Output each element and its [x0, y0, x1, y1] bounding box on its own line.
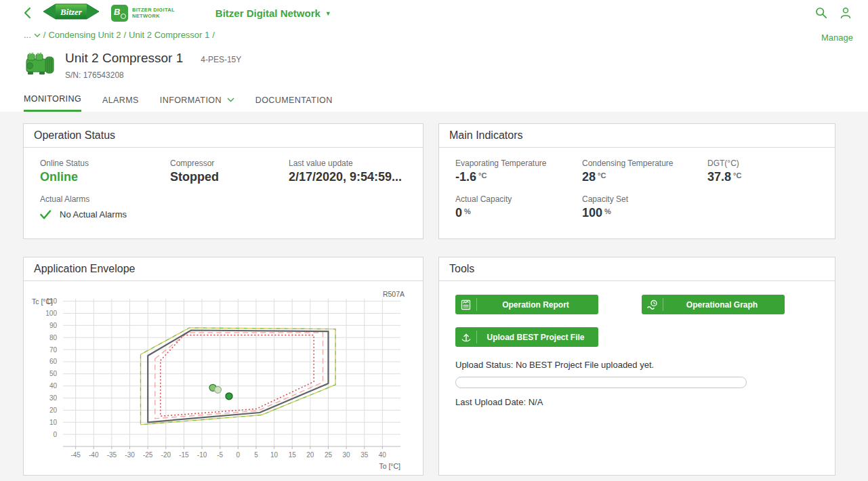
tab-monitoring[interactable]: MONITORING [24, 94, 81, 112]
tab-alarms[interactable]: ALARMS [102, 94, 139, 112]
search-button[interactable] [814, 5, 829, 20]
bitzer-logo-text: Bitzer [60, 7, 83, 17]
upload-status-text: Upload Status: No BEST Project File uplo… [455, 360, 819, 370]
svg-text:80: 80 [49, 334, 58, 341]
bitzer-digital-network-logo[interactable]: B BITZER DIGITAL NETWORK [111, 5, 175, 22]
svg-text:Tc [°C]: Tc [°C] [32, 297, 53, 306]
online-status-label: Online Status [40, 159, 170, 168]
actual-alarms-label: Actual Alarms [40, 194, 170, 204]
tools-card: Tools Operation Report [438, 257, 835, 476]
actual-capacity-label: Actual Capacity [455, 194, 582, 204]
main-indicators-title: Main Indicators [439, 124, 835, 148]
svg-text:R507A: R507A [383, 290, 405, 298]
check-icon [40, 210, 51, 219]
tools-title: Tools [439, 257, 835, 281]
condensing-temp-value: 28°C [582, 170, 707, 184]
breadcrumb-separator: / [123, 30, 126, 40]
tab-information[interactable]: INFORMATION [160, 94, 234, 112]
bitzer-logo[interactable]: Bitzer [43, 2, 99, 24]
svg-text:0: 0 [53, 431, 57, 438]
svg-text:90: 90 [49, 322, 58, 329]
breadcrumb-item-condensing-unit-2[interactable]: Condensing Unit 2 [48, 30, 121, 40]
last-update-label: Last value update [289, 159, 423, 168]
svg-text:40: 40 [379, 451, 387, 459]
application-envelope-chart: 0102030405060708090100110-45-40-35-30-25… [28, 289, 409, 472]
upload-best-project-button[interactable]: Upload BEST Project File [455, 327, 598, 347]
tab-information-label: INFORMATION [160, 96, 222, 105]
monitoring-content: Operation Status Online Status Online Co… [0, 112, 868, 481]
tab-documentation[interactable]: DOCUMENTATION [255, 94, 333, 112]
svg-text:20: 20 [49, 406, 58, 414]
operational-graph-label: Operational Graph [663, 300, 785, 310]
svg-text:-25: -25 [143, 451, 153, 459]
svg-text:25: 25 [325, 451, 333, 459]
device-serial: S/N: 176543208 [65, 70, 241, 80]
network-selector[interactable]: Bitzer Digital Network ▼ [215, 7, 331, 19]
svg-text:100: 100 [45, 310, 57, 317]
svg-text:-45: -45 [70, 451, 81, 459]
capacity-set-label: Capacity Set [582, 194, 707, 204]
svg-text:To [°C]: To [°C] [379, 462, 400, 470]
last-update-value: 2/17/2020, 9:54:59... [289, 170, 423, 184]
actual-capacity-value: 0% [455, 206, 582, 220]
user-menu-button[interactable] [838, 5, 853, 20]
report-icon [455, 298, 477, 311]
condensing-temp-label: Condensing Temperature [582, 159, 707, 168]
operation-report-label: Operation Report [477, 300, 598, 310]
user-icon [840, 7, 852, 19]
svg-text:-40: -40 [89, 451, 99, 459]
upload-progress-bar [455, 377, 747, 388]
main-indicators-card: Main Indicators Evaporating Temperature … [438, 123, 835, 239]
breadcrumb-item-unit-2-compressor-1[interactable]: Unit 2 Compressor 1 [129, 30, 209, 40]
svg-text:60: 60 [49, 358, 58, 365]
evaporating-temp-value: -1.6°C [455, 170, 582, 184]
svg-text:-15: -15 [179, 451, 189, 459]
device-model: 4-PES-15Y [201, 55, 241, 64]
upload-best-project-label: Upload BEST Project File [477, 333, 598, 342]
device-header: Unit 2 Compressor 1 4-PES-15Y S/N: 17654… [0, 43, 868, 81]
back-button[interactable] [20, 6, 34, 20]
svg-text:70: 70 [49, 346, 58, 354]
svg-text:35: 35 [360, 451, 369, 459]
operation-status-title: Operation Status [24, 124, 423, 148]
svg-text:-10: -10 [197, 451, 207, 459]
svg-text:50: 50 [49, 370, 58, 377]
evaporating-temp-label: Evaporating Temperature [455, 159, 582, 168]
chevron-down-icon [227, 98, 234, 102]
bdn-badge-icon: B [111, 5, 128, 22]
breadcrumb: ... / Condensing Unit 2 / Unit 2 Compres… [24, 30, 215, 40]
manage-link[interactable]: Manage [821, 33, 853, 43]
dgt-label: DGT(°C) [707, 159, 835, 168]
operation-status-card: Operation Status Online Status Online Co… [23, 123, 423, 239]
svg-text:-35: -35 [107, 451, 117, 459]
svg-text:-30: -30 [125, 451, 135, 459]
operation-report-button[interactable]: Operation Report [455, 295, 598, 314]
breadcrumb-row: ... / Condensing Unit 2 / Unit 2 Compres… [0, 26, 868, 43]
compressor-state-label: Compressor [170, 159, 289, 168]
compressor-state-value: Stopped [170, 170, 289, 184]
operational-graph-button[interactable]: Operational Graph [642, 295, 785, 314]
breadcrumb-separator: / [43, 30, 46, 40]
chevron-down-icon[interactable] [34, 33, 41, 37]
application-envelope-card: Application Envelope 0102030405060708090… [23, 257, 423, 476]
svg-text:5: 5 [254, 451, 258, 459]
network-selector-label: Bitzer Digital Network [215, 7, 321, 19]
bdn-logo-text: BITZER DIGITAL NETWORK [132, 7, 175, 20]
upload-icon [455, 331, 477, 343]
last-upload-date-text: Last Upload Date: N/A [455, 397, 819, 407]
svg-text:10: 10 [49, 419, 58, 426]
svg-text:10: 10 [270, 451, 278, 459]
chevron-left-icon [24, 7, 31, 19]
svg-text:-20: -20 [161, 451, 171, 459]
graph-icon [642, 298, 663, 311]
application-envelope-title: Application Envelope [24, 257, 423, 281]
svg-text:40: 40 [49, 382, 58, 390]
svg-text:30: 30 [343, 451, 351, 459]
caret-down-icon: ▼ [325, 10, 331, 17]
search-icon [815, 7, 827, 19]
svg-text:30: 30 [49, 394, 58, 402]
svg-text:15: 15 [289, 451, 297, 459]
breadcrumb-collapsed[interactable]: ... [24, 30, 31, 40]
svg-text:-5: -5 [217, 451, 223, 459]
svg-text:0: 0 [236, 451, 241, 459]
